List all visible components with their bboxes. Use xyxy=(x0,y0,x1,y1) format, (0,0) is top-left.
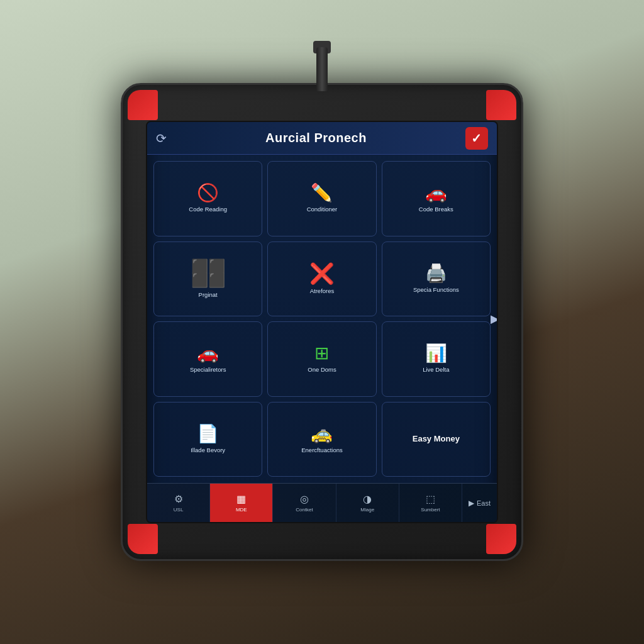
cell-enercftuactions[interactable]: 🚕 Enercftuactions xyxy=(267,402,376,477)
nav-item-contket[interactable]: ◎ Contket xyxy=(273,484,336,522)
cell-conditioner[interactable]: ✏️ Conditioner xyxy=(267,161,376,236)
cell-label-special-functions: Specia Functions xyxy=(413,286,459,293)
chart-icon: 📊 xyxy=(425,345,447,362)
scroll-right-arrow[interactable]: ▶ xyxy=(491,312,498,326)
nav-extra-label: East xyxy=(477,499,491,507)
header-left: ⟳ xyxy=(156,131,167,146)
printer-icon: 🖨️ xyxy=(425,265,447,282)
cell-label-illade-bevory: Illade Bevory xyxy=(191,447,225,453)
nav-item-mde[interactable]: ▦ MDE xyxy=(210,484,273,522)
cell-label-live-delta: Live Delta xyxy=(423,366,449,373)
cell-label-code-reading: Code Reading xyxy=(189,206,227,213)
cell-program[interactable]: ⬛⬛⬛⬛ Prginat xyxy=(153,242,262,317)
mlage-icon: ◑ xyxy=(363,493,372,505)
pen-icon: ✏️ xyxy=(311,184,333,202)
usl-icon: ⚙ xyxy=(174,493,183,505)
red-car-icon: 🚗 xyxy=(197,345,219,362)
cell-easy-money[interactable]: Easy Money xyxy=(382,402,491,477)
cell-label-easy-money: Easy Money xyxy=(413,434,460,444)
cell-code-breaks[interactable]: 🚗 Code Breaks xyxy=(382,161,491,236)
main-grid: 🚫 Code Reading ✏️ Conditioner 🚗 Code Bre… xyxy=(147,155,497,483)
cell-specialiretors[interactable]: 🚗 Specialiretors xyxy=(153,321,262,397)
nav-item-usl[interactable]: ⚙ USL xyxy=(147,484,210,522)
cell-atrefores[interactable]: ❌ Atrefores xyxy=(267,242,376,317)
cell-label-code-breaks: Code Breaks xyxy=(419,206,453,213)
bottom-navigation: ⚙ USL ▦ MDE ◎ Contket ◑ Mlage ⬚ Sumbert … xyxy=(147,483,497,522)
car-icon: 🚗 xyxy=(425,184,447,202)
cell-special-functions[interactable]: 🖨️ Specia Functions xyxy=(382,242,491,317)
nav-item-sumbert[interactable]: ⬚ Sumbert xyxy=(399,484,462,522)
screen-header: ⟳ Aurcial Pronech ✓ xyxy=(147,122,497,155)
nav-label-contket: Contket xyxy=(296,507,313,513)
cell-label-specialiretors: Specialiretors xyxy=(190,366,226,373)
x-circle-icon: ❌ xyxy=(309,264,335,284)
cell-label-program: Prginat xyxy=(199,291,218,298)
corner-accent-tr xyxy=(486,90,516,120)
corner-accent-br xyxy=(486,524,516,554)
cable xyxy=(316,47,328,91)
play-icon: ▶ xyxy=(469,499,474,508)
taxi-icon: 🚕 xyxy=(311,425,333,443)
nav-label-usl: USL xyxy=(174,507,184,513)
cell-illade-bevory[interactable]: 📄 Illade Bevory xyxy=(153,402,262,477)
document-icon: 📄 xyxy=(197,425,219,443)
check-icon: ✓ xyxy=(471,131,482,146)
grid-icon: ⬛⬛⬛⬛ xyxy=(191,260,225,287)
check-button[interactable]: ✓ xyxy=(465,127,488,150)
cell-one-doms[interactable]: ⊞ One Doms xyxy=(267,321,376,397)
device-screen: ⟳ Aurcial Pronech ✓ 🚫 Code Reading ✏️ Co… xyxy=(146,121,498,523)
nav-label-mlage: Mlage xyxy=(360,507,374,513)
corner-accent-bl xyxy=(128,524,158,554)
battery-plus-icon: ⊞ xyxy=(314,345,329,362)
nav-item-mlage[interactable]: ◑ Mlage xyxy=(336,484,399,522)
no-entry-icon: 🚫 xyxy=(197,184,219,202)
contket-icon: ◎ xyxy=(300,493,309,505)
cell-live-delta[interactable]: 📊 Live Delta xyxy=(382,321,491,397)
screen-title: Aurcial Pronech xyxy=(265,131,367,145)
nav-label-sumbert: Sumbert xyxy=(421,507,440,513)
nav-extra-east[interactable]: ▶ East xyxy=(462,484,497,522)
cell-label-conditioner: Conditioner xyxy=(307,206,338,213)
cell-label-enercftuactions: Enercftuactions xyxy=(301,447,342,453)
corner-accent-tl xyxy=(128,90,158,120)
cell-label-atrefores: Atrefores xyxy=(310,287,335,294)
mde-icon: ▦ xyxy=(236,493,246,505)
device-shell: ⟳ Aurcial Pronech ✓ 🚫 Code Reading ✏️ Co… xyxy=(121,83,523,561)
settings-icon[interactable]: ⟳ xyxy=(156,131,167,146)
nav-label-mde: MDE xyxy=(236,507,247,513)
cell-label-one-doms: One Doms xyxy=(308,366,336,373)
sumbert-icon: ⬚ xyxy=(426,493,435,505)
cell-code-reading[interactable]: 🚫 Code Reading xyxy=(153,161,262,236)
